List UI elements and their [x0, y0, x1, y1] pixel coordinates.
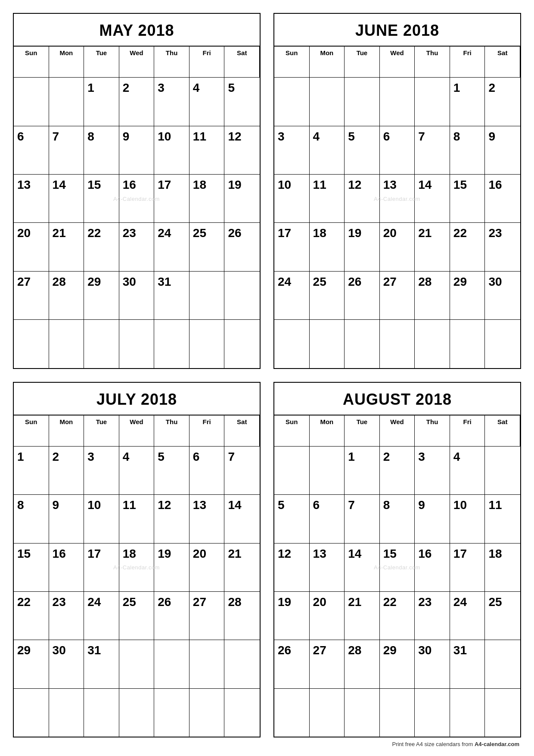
day-cell — [450, 319, 485, 368]
day-cell: 23 — [119, 222, 155, 271]
day-cell: 29 — [380, 640, 415, 688]
day-cell: 6 — [380, 126, 415, 174]
calendar-july-2018: JULY 2018SunMonTueWedThuFriSat1234567891… — [13, 382, 261, 738]
day-cell — [274, 688, 310, 737]
day-cell: 24 — [154, 222, 189, 271]
day-cell: 19 — [154, 543, 189, 591]
calendar-june-2018: JUNE 2018SunMonTueWedThuFriSat1234567891… — [273, 13, 521, 369]
day-cell: 6 — [310, 494, 345, 543]
day-cell — [380, 319, 415, 368]
header-wed: Wed — [380, 415, 415, 446]
day-cell: 2 — [485, 77, 520, 125]
day-cell: 2 — [119, 77, 155, 125]
day-cell — [189, 640, 225, 688]
day-cell — [224, 688, 260, 737]
day-cell: 20 — [14, 222, 49, 271]
day-cell — [345, 77, 380, 125]
day-cell: 16 — [415, 543, 450, 591]
day-cell — [310, 688, 345, 737]
day-cell — [274, 77, 310, 125]
day-cell: 2 — [380, 446, 415, 494]
day-cell: 25 — [189, 222, 225, 271]
day-cell: 28 — [224, 591, 260, 640]
day-cell: 27 — [14, 271, 49, 319]
day-cell — [154, 319, 189, 368]
calendar-grid-june-2018: SunMonTueWedThuFriSat12345678910111213A4… — [274, 46, 520, 368]
day-cell: 6 — [189, 446, 225, 494]
day-cell: 31 — [450, 640, 485, 688]
calendar-grid-august-2018: SunMonTueWedThuFriSat1234567891011121314… — [274, 415, 520, 737]
day-cell: 26 — [274, 640, 310, 688]
day-cell — [485, 688, 520, 737]
header-sat: Sat — [485, 415, 520, 446]
day-cell: 18 — [485, 543, 520, 591]
day-cell: 30 — [119, 271, 155, 319]
day-cell: 9 — [485, 126, 520, 174]
header-tue: Tue — [345, 46, 380, 77]
day-cell: 16 — [49, 543, 84, 591]
day-cell: 26 — [345, 271, 380, 319]
day-cell: 7 — [49, 126, 84, 174]
calendar-title-july-2018: JULY 2018 — [14, 383, 260, 415]
header-thu: Thu — [415, 415, 450, 446]
day-cell: 11 — [310, 174, 345, 222]
calendar-title-may-2018: MAY 2018 — [14, 14, 260, 46]
day-cell: 28 — [49, 271, 84, 319]
day-cell — [119, 640, 155, 688]
day-cell: 24 — [84, 591, 119, 640]
day-cell: 14 — [49, 174, 84, 222]
day-cell: 9 — [49, 494, 84, 543]
calendar-grid-may-2018: SunMonTueWedThuFriSat1234567891011121314… — [14, 46, 260, 368]
day-cell: 5 — [154, 446, 189, 494]
watermark: A4-Calendar.com — [113, 195, 160, 202]
day-cell: 22 — [84, 222, 119, 271]
header-sun: Sun — [14, 46, 49, 77]
day-cell: 21 — [49, 222, 84, 271]
day-cell: 8 — [14, 494, 49, 543]
calendar-grid-july-2018: SunMonTueWedThuFriSat1234567891011121314… — [14, 415, 260, 737]
day-cell: 15 — [14, 543, 49, 591]
day-cell: 26 — [154, 591, 189, 640]
day-cell: 31 — [154, 271, 189, 319]
day-cell — [14, 319, 49, 368]
day-cell — [189, 271, 225, 319]
day-cell — [154, 640, 189, 688]
day-cell: 5 — [274, 494, 310, 543]
day-cell: 11 — [189, 126, 225, 174]
day-cell: 21 — [415, 222, 450, 271]
day-cell — [49, 319, 84, 368]
day-cell: 4 — [310, 126, 345, 174]
day-cell: 23 — [49, 591, 84, 640]
day-cell: 10 — [450, 494, 485, 543]
header-wed: Wed — [119, 46, 155, 77]
day-cell: 17 — [450, 543, 485, 591]
day-cell — [14, 688, 49, 737]
day-cell: 10 — [84, 494, 119, 543]
day-cell: 27 — [380, 271, 415, 319]
day-cell — [224, 319, 260, 368]
day-cell: 30 — [49, 640, 84, 688]
day-cell: 20 — [380, 222, 415, 271]
day-cell: 15 — [450, 174, 485, 222]
day-cell: 20 — [189, 543, 225, 591]
day-cell: 17 — [154, 174, 189, 222]
day-cell: 18 — [189, 174, 225, 222]
day-cell — [345, 688, 380, 737]
day-cell: 16 — [485, 174, 520, 222]
day-cell — [310, 446, 345, 494]
day-cell: 11 — [119, 494, 155, 543]
watermark: A4-Calendar.com — [374, 195, 420, 202]
header-sun: Sun — [274, 46, 310, 77]
day-cell — [154, 688, 189, 737]
day-cell: 13 — [14, 174, 49, 222]
day-cell — [415, 688, 450, 737]
day-cell: 2 — [49, 446, 84, 494]
day-cell: 8 — [380, 494, 415, 543]
day-cell — [485, 446, 520, 494]
day-cell: 12 — [224, 126, 260, 174]
day-cell — [485, 640, 520, 688]
day-cell: 13A4-Calendar.com — [380, 174, 415, 222]
day-cell: 10 — [274, 174, 310, 222]
day-cell: 14 — [345, 543, 380, 591]
day-cell — [14, 77, 49, 125]
